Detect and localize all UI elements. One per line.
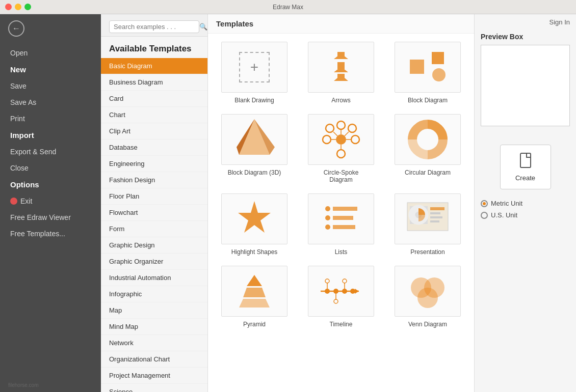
category-infographic[interactable]: Infographic — [101, 286, 207, 302]
search-bar[interactable]: 🔍 — [109, 20, 199, 33]
templates-title: Templates — [208, 14, 474, 34]
template-block-3d[interactable]: Block Diagram (3D) — [216, 114, 293, 183]
template-thumb-lists — [308, 193, 374, 244]
svg-point-16 — [351, 135, 359, 144]
category-flowchart[interactable]: Flowchart — [101, 205, 207, 221]
template-presentation[interactable]: Presentation — [389, 193, 466, 256]
create-label: Create — [515, 174, 535, 182]
template-timeline[interactable]: Timeline — [303, 266, 379, 328]
sidebar-item-export-send[interactable]: Export & Send — [0, 144, 101, 160]
template-circle-spoke[interactable]: Circle-Spoke Diagram — [303, 114, 379, 183]
exit-label: Exit — [20, 197, 32, 205]
sidebar-item-save[interactable]: Save — [0, 78, 101, 94]
close-button[interactable] — [5, 4, 12, 10]
template-label-highlight: Highlight Shapes — [231, 248, 278, 256]
template-label-blank: Blank Drawing — [234, 97, 274, 104]
category-business-diagram[interactable]: Business Diagram — [101, 74, 207, 91]
metric-radio[interactable] — [481, 200, 488, 207]
template-label-timeline: Timeline — [330, 321, 353, 328]
svg-point-56 — [417, 288, 438, 308]
back-button[interactable]: ← — [0, 14, 101, 43]
category-floor-plan[interactable]: Floor Plan — [101, 188, 207, 205]
presentation-svg — [405, 200, 451, 238]
svg-point-13 — [337, 121, 345, 129]
svg-rect-7 — [432, 52, 444, 64]
category-network[interactable]: Network — [101, 335, 207, 351]
category-graphic-organizer[interactable]: Graphic Organizer — [101, 254, 207, 270]
block3d-svg — [234, 117, 275, 162]
window-controls[interactable] — [5, 4, 31, 10]
category-graphic-design[interactable]: Graphic Design — [101, 237, 207, 254]
template-thumb-highlight — [221, 193, 287, 244]
sign-in-button[interactable]: Sign In — [549, 18, 570, 26]
svg-rect-36 — [430, 216, 442, 218]
svg-point-47 — [350, 289, 355, 294]
template-venn[interactable]: Venn Diagram — [389, 266, 466, 328]
category-form[interactable]: Form — [101, 221, 207, 237]
us-unit-option[interactable]: U.S. Unit — [481, 211, 570, 219]
category-project-management[interactable]: Project Management — [101, 368, 207, 384]
category-map[interactable]: Map — [101, 302, 207, 319]
template-label-arrows: Arrows — [331, 97, 350, 104]
sidebar-item-open[interactable]: Open — [0, 45, 101, 61]
category-clip-art[interactable]: Clip Art — [101, 123, 207, 139]
highlight-svg — [234, 199, 275, 239]
sidebar-item-import[interactable]: Import — [0, 127, 101, 144]
category-fashion-design[interactable]: Fashion Design — [101, 172, 207, 188]
category-org-chart[interactable]: Organizational Chart — [101, 351, 207, 368]
svg-point-14 — [337, 150, 345, 158]
svg-point-51 — [325, 279, 329, 283]
us-radio[interactable] — [481, 212, 488, 219]
template-pyramid[interactable]: Pyramid — [216, 266, 293, 328]
template-circular[interactable]: Circular Diagram — [389, 114, 466, 183]
category-mind-map[interactable]: Mind Map — [101, 319, 207, 335]
svg-point-53 — [334, 299, 338, 303]
template-label-presentation: Presentation — [410, 248, 444, 256]
app-body: ← Open New Save Save As Print Import Exp… — [0, 14, 576, 392]
lists-svg — [321, 199, 361, 239]
category-basic-diagram[interactable]: Basic Diagram — [101, 58, 207, 74]
template-label-circlespoke: Circle-Spoke Diagram — [324, 169, 359, 183]
svg-point-28 — [325, 215, 330, 220]
sidebar-item-print[interactable]: Print — [0, 110, 101, 127]
template-thumb-circular — [395, 114, 461, 165]
pyramid-svg — [234, 271, 275, 312]
template-thumb-venn — [395, 266, 461, 317]
app-title: Edraw Max — [273, 4, 303, 11]
svg-marker-25 — [238, 201, 271, 233]
sidebar-item-close[interactable]: Close — [0, 160, 101, 176]
unit-options: Metric Unit U.S. Unit — [481, 200, 570, 219]
template-highlight[interactable]: Highlight Shapes — [216, 193, 293, 256]
template-arrows[interactable]: Arrows — [303, 42, 379, 104]
category-card[interactable]: Card — [101, 91, 207, 107]
search-input[interactable] — [114, 23, 199, 31]
template-label-pyramid: Pyramid — [243, 321, 266, 328]
template-block-diagram[interactable]: Block Diagram — [389, 42, 466, 104]
minimize-button[interactable] — [15, 4, 21, 10]
template-label-block: Block Diagram — [408, 97, 448, 104]
sidebar-item-exit[interactable]: Exit — [0, 193, 101, 209]
svg-marker-39 — [247, 275, 262, 286]
template-thumb-circlespoke — [308, 114, 374, 165]
category-engineering[interactable]: Engineering — [101, 156, 207, 172]
category-database[interactable]: Database — [101, 139, 207, 156]
templates-grid: + Blank Drawing — [216, 42, 466, 328]
category-science[interactable]: Science — [101, 384, 207, 392]
category-chart[interactable]: Chart — [101, 107, 207, 123]
sidebar-item-options[interactable]: Options — [0, 176, 101, 193]
template-thumb-blank: + — [221, 42, 287, 93]
search-icon: 🔍 — [199, 23, 207, 31]
sidebar-item-new[interactable]: New — [0, 61, 101, 78]
sidebar-item-free-templates[interactable]: Free Templates... — [0, 226, 101, 242]
svg-point-8 — [432, 68, 446, 81]
maximize-button[interactable] — [24, 4, 31, 10]
sidebar-item-free-viewer[interactable]: Free Edraw Viewer — [0, 209, 101, 226]
category-industrial-automation[interactable]: Industrial Automation — [101, 270, 207, 286]
template-lists[interactable]: Lists — [303, 193, 379, 256]
metric-unit-option[interactable]: Metric Unit — [481, 200, 570, 207]
svg-line-24 — [345, 132, 349, 136]
create-button[interactable]: Create — [500, 145, 551, 189]
sidebar-item-save-as[interactable]: Save As — [0, 94, 101, 110]
template-blank-drawing[interactable]: + Blank Drawing — [216, 42, 293, 104]
svg-rect-34 — [430, 207, 444, 210]
